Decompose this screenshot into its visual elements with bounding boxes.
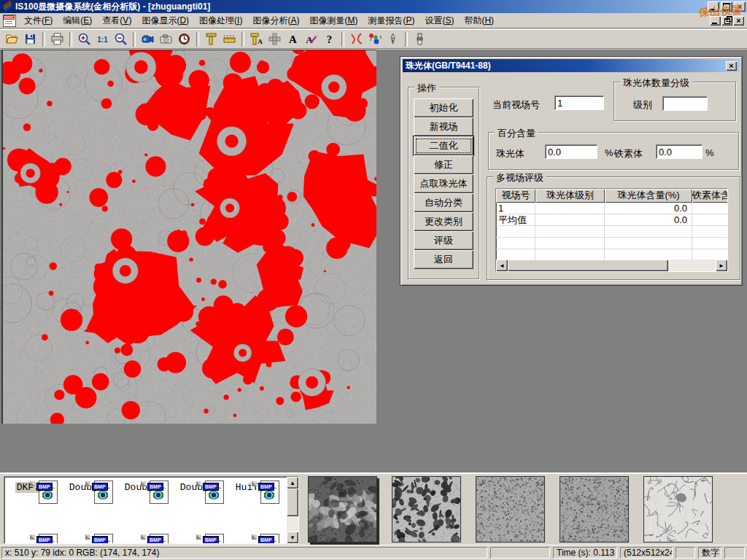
toolbar-button[interactable]: [266, 31, 284, 48]
preview-thumbnail-3[interactable]: [476, 476, 545, 542]
menu-item-1[interactable]: 文件(F): [19, 13, 58, 28]
toolbar-button[interactable]: [384, 31, 402, 48]
hscroll-right-button[interactable]: ►: [716, 260, 727, 271]
menu-item-3[interactable]: 查看(V): [97, 13, 136, 28]
dialog-close-button[interactable]: ×: [726, 61, 737, 71]
toolbar-button[interactable]: A: [284, 31, 302, 48]
table-cell: 平均值: [496, 214, 535, 226]
menu-item-9[interactable]: 设置(S): [419, 13, 459, 28]
hscroll-thumb[interactable]: [508, 260, 668, 271]
status-position: x: 510 y: 79 idx: 0 RGB: (174, 174, 174): [1, 547, 487, 559]
menu-item-8[interactable]: 测量报告(P): [363, 13, 419, 28]
toolbar-button[interactable]: [347, 31, 365, 48]
field-table[interactable]: 视场号珠光体级别珠光体含量(%)铁素体含量(%) 10.0平均值0.0 ◄ ►: [495, 188, 728, 272]
grade-button[interactable]: 评级: [414, 231, 473, 250]
toolbar-button[interactable]: [3, 31, 21, 48]
menu-item-7[interactable]: 图像测量(M): [304, 13, 363, 28]
binarize-button[interactable]: 二值化: [414, 136, 473, 155]
file-item[interactable]: BMPDKF.bmp: [10, 481, 63, 493]
maximize-button[interactable]: [721, 1, 732, 12]
mdi-minimize-button[interactable]: [710, 16, 721, 26]
mdi-close-button[interactable]: ×: [733, 16, 744, 26]
table-header-cell[interactable]: 珠光体级别: [535, 189, 605, 203]
toolbar-button[interactable]: [48, 31, 66, 48]
table-header-cell[interactable]: 视场号: [496, 189, 535, 203]
vscroll-thumb[interactable]: [287, 489, 298, 516]
auto-classify-button[interactable]: 自动分类: [414, 193, 473, 212]
current-view-input[interactable]: [554, 96, 604, 110]
open-icon: [5, 32, 19, 46]
table-hscrollbar[interactable]: ◄ ►: [496, 260, 727, 271]
file-list[interactable]: ▲ ▼ BMPDKF.bmpBMPDoubl...BMPDoubl...BMPD…: [4, 476, 299, 544]
menu-item-2[interactable]: 编辑(E): [58, 13, 97, 28]
table-row[interactable]: [496, 238, 727, 249]
svg-text:A: A: [258, 38, 263, 45]
pearlite-input[interactable]: [545, 144, 597, 159]
toolbar: 1:1AAA?3: [0, 29, 747, 49]
toolbar-button[interactable]: 3: [365, 31, 384, 48]
current-view-label: 当前视场号: [492, 98, 540, 112]
toolbar-button[interactable]: ?: [320, 31, 338, 48]
file-item[interactable]: BMPHuiTi...: [232, 481, 285, 493]
file-item[interactable]: BMPDoubl...: [66, 481, 118, 493]
preview-thumbnail-1[interactable]: [308, 476, 377, 542]
preview-thumbnail-2[interactable]: [392, 476, 461, 542]
correct-button[interactable]: 修正: [414, 155, 473, 174]
table-row[interactable]: [496, 226, 727, 238]
file-item[interactable]: BMPDoubl...: [177, 481, 229, 493]
minimize-button[interactable]: [708, 1, 719, 12]
table-cell: [535, 214, 605, 226]
toolbar-button[interactable]: [220, 31, 239, 48]
menu-item-10[interactable]: 帮助(H): [459, 13, 499, 28]
change-class-button[interactable]: 更改类别: [414, 212, 473, 231]
preview-thumbnail-4[interactable]: [560, 476, 629, 542]
status-mode: 数字: [698, 547, 721, 559]
toolbar-button[interactable]: [75, 31, 93, 48]
document-icon[interactable]: [3, 15, 16, 27]
toolbar-button[interactable]: [112, 31, 130, 48]
hscroll-left-button[interactable]: ◄: [496, 260, 508, 271]
percent-group: 百分含量 珠光体 % 铁素体 %: [488, 132, 739, 170]
ferrite-input[interactable]: [656, 144, 703, 159]
table-row[interactable]: 平均值0.0: [496, 214, 727, 226]
vscroll-down-button[interactable]: ▼: [287, 532, 298, 543]
table-header-cell[interactable]: 铁素体含量(%): [692, 189, 728, 203]
return-button[interactable]: 返回: [414, 250, 473, 269]
table-row[interactable]: 10.0: [496, 203, 727, 214]
file-item[interactable]: BMPDoubl...: [121, 481, 174, 493]
toolbar-button[interactable]: 1:1: [93, 31, 112, 48]
metallographic-image[interactable]: [1, 50, 376, 424]
toolbar-button[interactable]: [139, 31, 157, 48]
toolbar-button[interactable]: A: [247, 31, 266, 48]
table-cell: [692, 214, 728, 226]
pearlite-dialog: 珠光体(GB/T9441-88) × 操作 初始化新视场二值化修正点取珠光体自动…: [400, 56, 743, 286]
table-cell: [692, 226, 728, 238]
table-header-cell[interactable]: 珠光体含量(%): [605, 189, 692, 203]
toolbar-button[interactable]: [21, 31, 39, 48]
menu-item-5[interactable]: 图像处理(I): [194, 13, 247, 28]
pick-pearlite-button[interactable]: 点取珠光体: [414, 174, 473, 193]
toolbar-button[interactable]: [202, 31, 220, 48]
dialog-title-bar[interactable]: 珠光体(GB/T9441-88) ×: [403, 59, 740, 72]
file-list-scrollbar[interactable]: ▲ ▼: [287, 477, 298, 543]
preview-thumbnail-5[interactable]: [643, 476, 713, 542]
menu-item-4[interactable]: 图像显示(D): [136, 13, 194, 28]
table-cell: [605, 238, 692, 249]
close-button[interactable]: ×: [734, 1, 746, 12]
brush-icon: [413, 32, 427, 46]
mdi-restore-button[interactable]: [721, 16, 732, 26]
toolbar-button[interactable]: A: [302, 31, 320, 48]
status-size: (512x512x24): [620, 547, 673, 559]
grade-input[interactable]: [662, 96, 708, 111]
toolbar-button[interactable]: [411, 31, 429, 48]
svg-text:1:1: 1:1: [97, 36, 108, 44]
init-button[interactable]: 初始化: [414, 98, 473, 117]
toolbar-button[interactable]: [157, 31, 175, 48]
menu-item-6[interactable]: 图像分析(A): [247, 13, 304, 28]
table-cell: [535, 238, 605, 249]
bottom-panel: ▲ ▼ BMPDKF.bmpBMPDoubl...BMPDoubl...BMPD…: [0, 472, 747, 545]
vscroll-up-button[interactable]: ▲: [287, 477, 298, 489]
new-field-button[interactable]: 新视场: [414, 117, 473, 136]
status-blank-1: [490, 547, 550, 559]
toolbar-button[interactable]: [175, 31, 193, 48]
